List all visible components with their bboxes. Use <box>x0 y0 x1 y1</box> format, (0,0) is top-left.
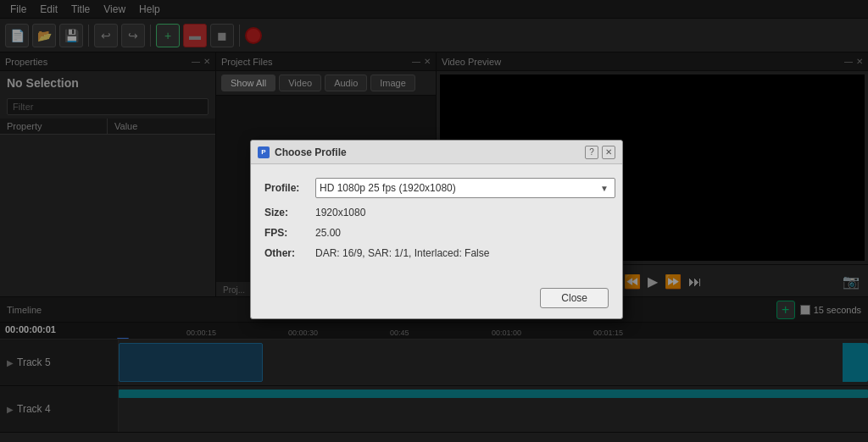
fps-row: FPS: 25.00 <box>264 227 609 239</box>
dialog-title-text: Choose Profile <box>275 146 347 158</box>
dialog-titlebar: P Choose Profile ? ✕ <box>251 141 622 164</box>
profile-select[interactable]: HD 1080p 25 fps (1920x1080) <box>315 178 615 198</box>
size-value: 1920x1080 <box>315 207 365 218</box>
profile-row: Profile: HD 1080p 25 fps (1920x1080) ▼ <box>264 178 609 198</box>
other-label: Other: <box>264 247 315 259</box>
size-row: Size: 1920x1080 <box>264 207 609 218</box>
dialog-help-button[interactable]: ? <box>585 146 598 159</box>
dialog-close-x-button[interactable]: ✕ <box>602 146 615 159</box>
dialog-title: P Choose Profile <box>258 146 347 158</box>
dialog-close-button[interactable]: Close <box>540 288 609 308</box>
dialog-title-icon: P <box>258 146 270 158</box>
dialog-footer: Close <box>251 281 622 318</box>
fps-value: 25.00 <box>315 227 341 239</box>
fps-label: FPS: <box>264 227 315 239</box>
other-row: Other: DAR: 16/9, SAR: 1/1, Interlaced: … <box>264 247 609 259</box>
profile-select-wrap: HD 1080p 25 fps (1920x1080) ▼ <box>315 178 609 198</box>
dialog-titlebar-buttons: ? ✕ <box>585 146 615 159</box>
modal-overlay: P Choose Profile ? ✕ Profile: HD 1080p 2… <box>0 0 868 442</box>
choose-profile-dialog: P Choose Profile ? ✕ Profile: HD 1080p 2… <box>250 140 623 319</box>
dialog-body: Profile: HD 1080p 25 fps (1920x1080) ▼ S… <box>251 164 622 281</box>
size-label: Size: <box>264 207 315 218</box>
profile-label: Profile: <box>264 182 315 194</box>
other-value: DAR: 16/9, SAR: 1/1, Interlaced: False <box>315 247 489 259</box>
